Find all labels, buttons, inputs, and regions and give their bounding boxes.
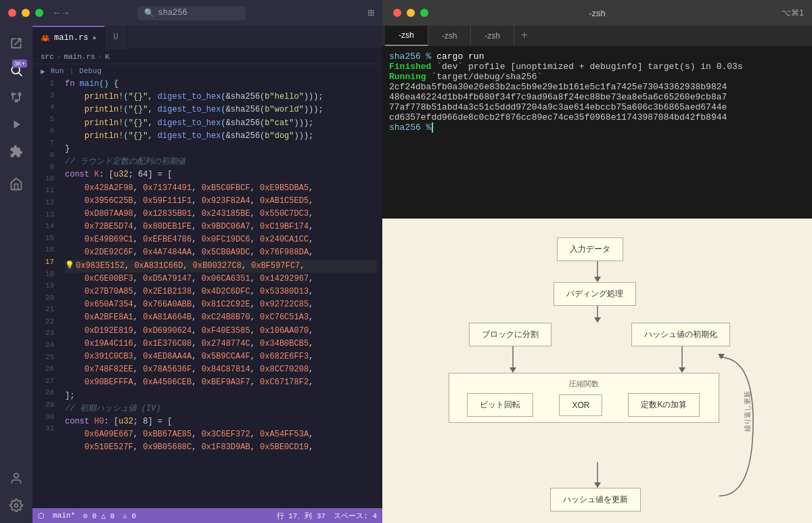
finished-label: Finished bbox=[389, 62, 431, 72]
debug-link[interactable]: Debug bbox=[79, 67, 102, 75]
terminal-body: sha256 % cargo run Finished `dev` profil… bbox=[382, 46, 812, 219]
activity-extensions[interactable] bbox=[4, 139, 28, 164]
tab-main-rs[interactable]: 🦀 main.rs ● bbox=[32, 26, 105, 49]
tab-u[interactable]: U bbox=[105, 26, 127, 49]
activity-git[interactable] bbox=[4, 85, 28, 110]
activity-accounts[interactable] bbox=[4, 466, 28, 491]
command-1: cargo run bbox=[436, 51, 484, 62]
code-line-15: 0xE49B69C1, 0xEFBE4786, 0x0FC19DC6, 0x24… bbox=[65, 233, 377, 246]
terminal-title-text: -zsh bbox=[589, 8, 606, 18]
terminal-tab-3[interactable]: -zsh bbox=[471, 26, 514, 46]
search-text: sha256 bbox=[158, 8, 187, 18]
svg-marker-12 bbox=[594, 317, 601, 323]
input-label: 入力データ bbox=[557, 237, 623, 261]
code-line-25: 0x748F82EE, 0x78A5636F, 0x84C87814, 0x8C… bbox=[65, 363, 377, 376]
terminal-close-button[interactable] bbox=[393, 9, 401, 17]
compression-box: 圧縮関数 ビット回転 XOR 定数Kの加算 bbox=[449, 373, 719, 423]
finished-text: `dev` profile [unoptimized + debuginfo] … bbox=[431, 62, 742, 72]
errors-count[interactable]: ⊘ 0 △ 0 bbox=[83, 511, 114, 520]
svg-marker-22 bbox=[718, 354, 725, 359]
code-editor[interactable]: 2 3 4 5 6 7 8 9 10 11 12 13 14 15 16 17 bbox=[32, 78, 382, 508]
svg-point-7 bbox=[14, 474, 19, 478]
code-line-23: 0x19A4C116, 0x1E376C08, 0x2748774C, 0x34… bbox=[65, 338, 377, 350]
code-line-16: 0x2DE92C6F, 0x4A7484AA, 0x5CB0A9DC, 0x76… bbox=[65, 246, 377, 259]
breadcrumb-k[interactable]: K bbox=[105, 53, 110, 61]
activity-remote[interactable] bbox=[4, 172, 28, 196]
activity-bar: 3K+ bbox=[0, 26, 32, 523]
box-hash-init: ハッシュ値の初期化 bbox=[631, 323, 730, 346]
prompt-2: sha256 % bbox=[389, 122, 431, 133]
forward-button[interactable]: → bbox=[62, 7, 68, 18]
compression-label: 圧縮関数 bbox=[455, 379, 713, 389]
maximize-button[interactable] bbox=[35, 9, 43, 17]
vscode-panel: ← → 🔍 sha256 ⊞ 3K+ bbox=[0, 0, 382, 523]
diagram-panel: 繰り返し更新 入力データ パディング処理 ブロックに分割 ハッシュ値の初期化 圧… bbox=[382, 219, 812, 523]
code-line-19: 0x27B70A85, 0x2E1B2138, 0x4D2C6DFC, 0x53… bbox=[65, 286, 377, 298]
running-text: `target/debug/sha256` bbox=[426, 72, 543, 82]
run-icon: ▶ bbox=[41, 67, 45, 76]
code-line-18: 0xC6E00BF3, 0xD5A79147, 0x06CA6351, 0x14… bbox=[65, 273, 377, 286]
run-link[interactable]: Run bbox=[51, 67, 64, 75]
code-line-13: 0xD807AA98, 0x12835B01, 0x243185BE, 0x55… bbox=[65, 208, 377, 221]
const-k-label: 定数Kの加算 bbox=[628, 393, 700, 417]
code-line-30: 0x6A09E667, 0xBB67AE85, 0x3C6EF372, 0xA5… bbox=[65, 428, 377, 441]
terminal-line-1: sha256 % cargo run bbox=[389, 51, 805, 62]
breadcrumb-src[interactable]: src bbox=[41, 53, 54, 61]
terminal-tab-1[interactable]: -zsh bbox=[385, 26, 428, 46]
svg-line-1 bbox=[19, 73, 22, 76]
close-button[interactable] bbox=[8, 9, 16, 17]
vscode-titlebar: ← → 🔍 sha256 ⊞ bbox=[0, 0, 382, 26]
svg-point-3 bbox=[18, 93, 20, 95]
tab-modified-dot: ● bbox=[92, 35, 96, 42]
spaces: スペース: 4 bbox=[334, 511, 377, 521]
minimize-button[interactable] bbox=[22, 9, 30, 17]
remote-icon: ⬡ bbox=[38, 511, 45, 520]
code-line-2: fn main() { bbox=[65, 78, 377, 91]
tab-u-label: U bbox=[113, 32, 118, 42]
terminal-line-3: Running `target/debug/sha256` bbox=[389, 72, 805, 82]
terminal-maximize-button[interactable] bbox=[420, 9, 428, 17]
activity-run[interactable] bbox=[4, 112, 28, 137]
activity-search[interactable]: 3K+ bbox=[4, 58, 28, 83]
terminal-tab-2[interactable]: -zsh bbox=[428, 26, 472, 46]
running-label: Running bbox=[389, 72, 426, 82]
line-numbers: 2 3 4 5 6 7 8 9 10 11 12 13 14 15 16 17 bbox=[32, 78, 60, 508]
activity-settings[interactable] bbox=[4, 493, 28, 518]
tab-label: main.rs bbox=[54, 33, 88, 43]
code-line-12: 0x3956C25B, 0x59F111F1, 0x923F82A4, 0xAB… bbox=[65, 195, 377, 208]
branch-name[interactable]: main* bbox=[53, 511, 75, 520]
code-line-9: // ラウンド定数の配列の初期値 bbox=[65, 156, 377, 168]
hash-init-label: ハッシュ値の初期化 bbox=[631, 323, 730, 346]
breadcrumb-mainrs[interactable]: main.rs bbox=[64, 53, 95, 61]
hash-line-3: 77af778b51abd4a3c51c5ddd97204a9c3ae614eb… bbox=[389, 102, 805, 112]
box-padding: パディング処理 bbox=[554, 282, 636, 306]
svg-marker-16 bbox=[679, 367, 685, 373]
prompt-1: sha256 % bbox=[389, 51, 436, 62]
terminal-minimize-button[interactable] bbox=[407, 9, 415, 17]
terminal-prompt-2: sha256 % bbox=[389, 122, 805, 133]
svg-marker-14 bbox=[510, 367, 516, 373]
status-bar: ⬡ main* ⊘ 0 △ 0 ⚠ 0 行 17、列 37 スペース: 4 bbox=[32, 508, 382, 523]
hash-line-4: cd6357efdd966de8c0cb2f876cc89ec74ce35f09… bbox=[389, 112, 805, 122]
code-line-28: // 初期ハッシュ値 (IV) bbox=[65, 403, 377, 415]
nav-arrows: ← → bbox=[54, 7, 68, 18]
back-button[interactable]: ← bbox=[54, 7, 60, 18]
vscode-body: 3K+ 🦀 bbox=[0, 26, 382, 523]
svg-marker-19 bbox=[594, 482, 601, 488]
box-block-split: ブロックに分割 bbox=[469, 323, 551, 346]
warnings-count[interactable]: ⚠ 0 bbox=[122, 511, 136, 520]
breadcrumb-sep2: › bbox=[98, 53, 103, 61]
box-input: 入力データ bbox=[557, 237, 623, 261]
code-line-21: 0xA2BFE8A1, 0xA81A664B, 0xC24B8B70, 0xC7… bbox=[65, 311, 377, 324]
terminal-add-tab[interactable]: + bbox=[514, 30, 535, 42]
search-bar[interactable]: 🔍 sha256 bbox=[137, 6, 246, 20]
terminal-shortcut: ⌥⌘1 bbox=[782, 8, 804, 18]
code-line-7: } bbox=[65, 143, 377, 156]
svg-point-2 bbox=[12, 93, 14, 95]
activity-explorer[interactable] bbox=[4, 31, 28, 55]
terminal-traffic bbox=[393, 9, 428, 17]
code-line-4: println!("{}", digest_to_hex(&sha256(b"w… bbox=[65, 104, 377, 116]
xor-label: XOR bbox=[559, 394, 602, 416]
code-line-14: 0x72BE5D74, 0x80DEB1FE, 0x9BDC06A7, 0xC1… bbox=[65, 221, 377, 233]
code-line-5: println!("{}", digest_to_hex(&sha256(b"c… bbox=[65, 117, 377, 130]
